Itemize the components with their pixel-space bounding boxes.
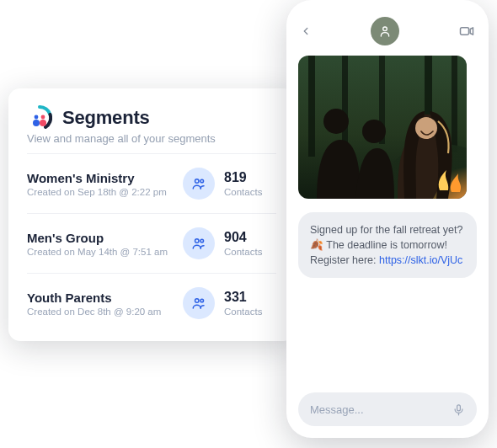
svg-point-21 bbox=[362, 120, 386, 143]
svg-point-1 bbox=[40, 120, 46, 126]
segment-count: 331 bbox=[224, 290, 276, 305]
svg-rect-18 bbox=[452, 56, 457, 152]
svg-rect-15 bbox=[342, 56, 348, 148]
svg-point-0 bbox=[33, 120, 40, 126]
mic-icon[interactable] bbox=[452, 403, 465, 416]
segments-card: Segments View and manage all of your seg… bbox=[8, 88, 295, 341]
people-icon bbox=[183, 227, 215, 259]
segment-row[interactable]: Youth Parents Created on Dec 8th @ 9:20 … bbox=[27, 273, 276, 333]
svg-point-10 bbox=[383, 27, 387, 31]
segments-subtitle: View and manage all of your segments bbox=[27, 132, 276, 145]
segment-unit: Contacts bbox=[224, 307, 276, 317]
segment-unit: Contacts bbox=[224, 247, 276, 257]
svg-point-7 bbox=[200, 239, 204, 243]
segment-count: 904 bbox=[224, 230, 276, 245]
segment-name: Women's Ministry bbox=[27, 171, 174, 185]
chat-link[interactable]: https://slkt.io/VjUc bbox=[379, 254, 462, 266]
segment-row[interactable]: Women's Ministry Created on Sep 18th @ 2… bbox=[27, 153, 276, 213]
svg-rect-11 bbox=[461, 28, 469, 35]
segment-meta: Created on May 14th @ 7:51 am bbox=[27, 247, 174, 257]
svg-point-20 bbox=[323, 109, 349, 134]
svg-point-3 bbox=[41, 115, 45, 120]
svg-point-2 bbox=[35, 115, 39, 120]
people-icon bbox=[183, 287, 215, 319]
message-placeholder: Message... bbox=[310, 403, 364, 416]
segments-title: Segments bbox=[62, 107, 150, 129]
chat-bubble: Signed up for the fall retreat yet? 🍂 Th… bbox=[298, 212, 477, 278]
svg-point-9 bbox=[200, 299, 204, 302]
back-icon[interactable] bbox=[300, 25, 312, 37]
svg-point-6 bbox=[195, 239, 200, 243]
phone-mock: Signed up for the fall retreat yet? 🍂 Th… bbox=[286, 0, 489, 438]
svg-point-4 bbox=[195, 179, 200, 184]
segment-count: 819 bbox=[224, 170, 276, 185]
segment-meta: Created on Sep 18th @ 2:22 pm bbox=[27, 187, 174, 197]
avatar[interactable] bbox=[371, 17, 399, 45]
segment-row[interactable]: Men's Group Created on May 14th @ 7:51 a… bbox=[27, 213, 276, 273]
people-icon bbox=[183, 168, 215, 200]
segment-meta: Created on Dec 8th @ 9:20 am bbox=[27, 307, 174, 317]
video-call-icon[interactable] bbox=[458, 23, 475, 40]
chat-image[interactable] bbox=[298, 56, 467, 199]
svg-point-5 bbox=[200, 179, 204, 183]
segment-name: Men's Group bbox=[27, 231, 174, 245]
message-input[interactable]: Message... bbox=[298, 392, 477, 426]
segment-name: Youth Parents bbox=[27, 291, 174, 305]
svg-point-8 bbox=[195, 299, 200, 303]
svg-rect-23 bbox=[457, 404, 461, 410]
svg-marker-12 bbox=[470, 28, 473, 35]
segment-unit: Contacts bbox=[224, 187, 276, 197]
svg-point-22 bbox=[415, 117, 437, 139]
segments-logo-icon bbox=[27, 105, 52, 131]
svg-rect-14 bbox=[308, 56, 315, 157]
